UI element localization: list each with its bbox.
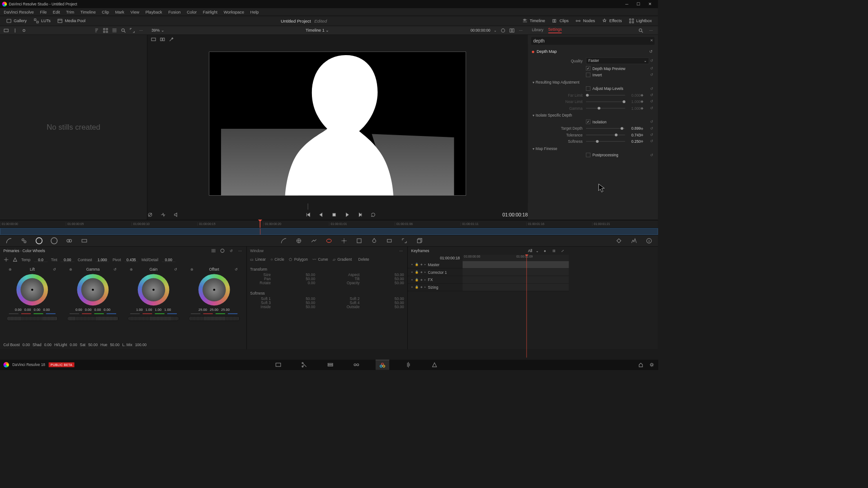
playhead[interactable] xyxy=(260,220,261,228)
reset-icon[interactable]: ↺ xyxy=(649,126,654,131)
contrast-value[interactable]: 1.000 xyxy=(95,258,109,262)
kf-track-sizing[interactable]: Sizing xyxy=(428,285,439,289)
reset-primaries-icon[interactable]: ↺ xyxy=(229,248,234,253)
quality-select[interactable]: Faster⌄ xyxy=(586,57,649,64)
gamma-wheel[interactable] xyxy=(77,274,109,305)
maximize-button[interactable]: ☐ xyxy=(632,2,644,7)
gain-jog[interactable] xyxy=(128,316,179,321)
adjust-levels-checkbox[interactable] xyxy=(586,86,590,91)
menu-color[interactable]: Color xyxy=(184,9,199,15)
expand-icon[interactable] xyxy=(130,28,135,33)
gamma-jog[interactable] xyxy=(67,316,119,321)
lightbox-button[interactable]: Lightbox xyxy=(625,17,655,25)
reset-icon[interactable]: ↺ xyxy=(649,73,654,77)
info-icon[interactable] xyxy=(646,237,652,244)
target-depth-value[interactable]: 0.899 xyxy=(625,126,641,130)
target-depth-slider[interactable] xyxy=(586,128,625,129)
key-icon[interactable] xyxy=(386,237,393,244)
sizing-icon[interactable] xyxy=(401,237,408,244)
more-icon[interactable]: ⋯ xyxy=(138,28,144,33)
transport-timecode[interactable]: 01:00:00:18 xyxy=(502,212,528,217)
window-curve-tool[interactable]: 〰Curve xyxy=(312,257,328,261)
pivot-value[interactable]: 0.435 xyxy=(124,258,138,262)
log-mode-icon[interactable] xyxy=(220,248,225,253)
reset-wheel-icon[interactable]: ↺ xyxy=(113,267,118,272)
reset-icon[interactable]: ↺ xyxy=(649,153,654,157)
effects-search-input[interactable] xyxy=(531,37,655,45)
tint-value[interactable]: 0.00 xyxy=(61,258,74,262)
ruler-tick[interactable]: 01:00:01:11 xyxy=(461,222,527,226)
window-gradient-tool[interactable]: ▱Gradient xyxy=(333,257,352,262)
picker-icon[interactable]: ⊕ xyxy=(7,267,13,272)
picker-icon[interactable]: ⊕ xyxy=(68,267,73,272)
blur-icon[interactable] xyxy=(371,237,377,244)
menu-mark[interactable]: Mark xyxy=(112,9,127,15)
reset-icon[interactable]: ↺ xyxy=(649,59,654,63)
ruler-tick[interactable]: 01:00:00:00 xyxy=(0,222,66,226)
sort-icon[interactable] xyxy=(94,28,99,33)
shad-value[interactable]: 0.00 xyxy=(44,343,52,347)
close-button[interactable]: ✕ xyxy=(644,2,656,7)
reset-icon[interactable]: ↺ xyxy=(649,132,654,137)
settings-tab[interactable]: Settings xyxy=(548,28,562,33)
color-page[interactable] xyxy=(375,360,389,370)
section-isolate[interactable]: Isolate Specific Depth xyxy=(528,111,658,118)
fusion-page[interactable] xyxy=(349,360,363,370)
menu-fairlight[interactable]: Fairlight xyxy=(200,9,221,15)
menu-playback[interactable]: Playback xyxy=(142,9,165,15)
menu-view[interactable]: View xyxy=(127,9,142,15)
keyframe-icon[interactable]: ◆ xyxy=(641,139,649,144)
more-icon[interactable]: ⋯ xyxy=(237,248,243,253)
lift-wheel[interactable] xyxy=(17,274,48,305)
section-adjustment[interactable]: Resulting Map Adjustment xyxy=(528,78,658,85)
offset-jog[interactable] xyxy=(189,316,240,321)
split-icon[interactable] xyxy=(509,28,514,33)
project-settings-icon[interactable] xyxy=(649,362,655,367)
gallery-button[interactable]: Gallery xyxy=(3,17,30,25)
preview-checkbox[interactable]: ✓ xyxy=(586,66,590,70)
wheel-mode-icon[interactable] xyxy=(202,248,207,253)
reset-wheel-icon[interactable]: ↺ xyxy=(173,267,179,272)
ruler-tick[interactable]: 01:00:00:05 xyxy=(66,222,132,226)
softness-value[interactable]: 0.250 xyxy=(625,139,641,143)
3d-icon[interactable] xyxy=(416,237,423,244)
picker-icon[interactable]: ⊕ xyxy=(189,267,194,272)
reset-icon[interactable]: ↺ xyxy=(649,120,654,124)
prev-frame-icon[interactable] xyxy=(318,212,324,217)
list-view-icon[interactable] xyxy=(112,28,117,33)
media-page[interactable] xyxy=(271,360,285,370)
reset-icon[interactable]: ↺ xyxy=(649,139,654,144)
menu-edit[interactable]: Edit xyxy=(50,9,63,15)
window-delete-tool[interactable]: Delete xyxy=(357,257,369,261)
window-circle-tool[interactable]: ○Circle xyxy=(271,257,284,261)
more-icon[interactable]: ⋯ xyxy=(518,28,524,33)
scopes-icon[interactable] xyxy=(631,237,637,244)
timeline-button[interactable]: Timeline xyxy=(519,17,549,25)
window-icon[interactable] xyxy=(326,237,332,244)
offset-wheel[interactable] xyxy=(198,274,230,305)
tolerance-slider[interactable] xyxy=(586,135,625,136)
menu-clip[interactable]: Clip xyxy=(99,9,112,15)
motion-palette-icon[interactable] xyxy=(81,237,88,244)
lift-jog[interactable] xyxy=(7,316,58,321)
fairlight-page[interactable] xyxy=(401,360,415,370)
curves-icon[interactable] xyxy=(280,237,287,244)
clips-button[interactable]: Clips xyxy=(548,17,572,25)
split-view-icon[interactable] xyxy=(160,37,165,42)
picker-icon[interactable] xyxy=(4,257,9,263)
grid-view-icon[interactable] xyxy=(103,28,108,33)
menu-help[interactable]: Help xyxy=(247,9,262,15)
primaries-palette-icon[interactable] xyxy=(36,237,42,244)
hue-value[interactable]: 50.00 xyxy=(110,343,119,347)
window-linear-tool[interactable]: ▭Linear xyxy=(250,257,266,262)
more-icon[interactable]: ⋯ xyxy=(399,248,404,253)
ruler-tick[interactable]: 01:00:01:21 xyxy=(592,222,658,226)
loop-icon[interactable] xyxy=(500,28,506,33)
zoom-level[interactable]: 39% ⌄ xyxy=(151,28,164,33)
ruler-tick[interactable]: 01:00:00:10 xyxy=(132,222,198,226)
ruler-tick[interactable]: 01:00:01:16 xyxy=(526,222,592,226)
magic-mask-icon[interactable] xyxy=(356,237,363,244)
deliver-page[interactable] xyxy=(428,360,441,370)
bars-mode-icon[interactable] xyxy=(211,248,216,253)
edit-page[interactable] xyxy=(323,360,337,370)
